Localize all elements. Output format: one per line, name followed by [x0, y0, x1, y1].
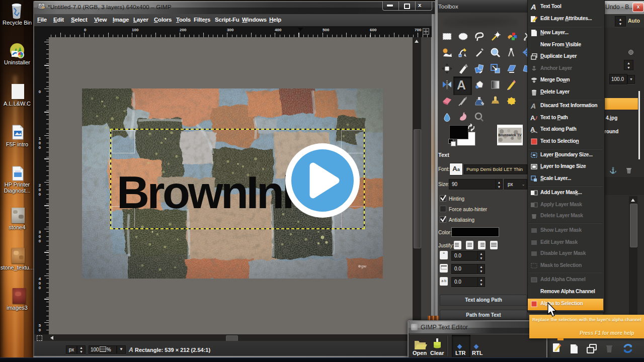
- svg-text:⊕gw: ⊕gw: [358, 264, 366, 268]
- svg-text:A: A: [530, 114, 535, 122]
- svg-text:A: A: [530, 102, 536, 110]
- svg-text:A: A: [530, 3, 536, 11]
